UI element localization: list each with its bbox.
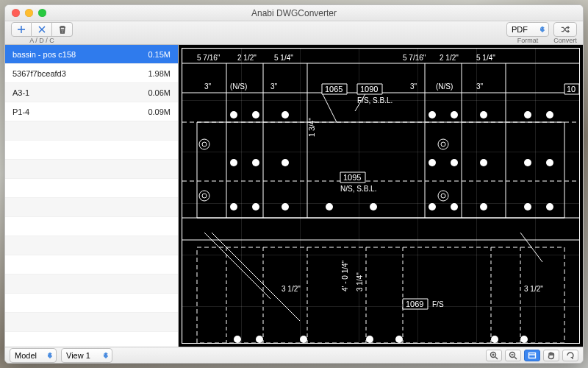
svg-point-22 xyxy=(252,203,259,210)
convert-button[interactable] xyxy=(553,22,577,37)
svg-point-35 xyxy=(451,159,458,166)
x-icon xyxy=(37,25,46,34)
svg-text:N/S, S.B.L.: N/S, S.B.L. xyxy=(340,185,376,193)
zoom-extents-button[interactable] xyxy=(524,350,540,361)
table-row xyxy=(5,141,178,160)
svg-point-38 xyxy=(546,159,553,166)
zoom-out-button[interactable] xyxy=(505,350,521,361)
svg-point-43 xyxy=(438,139,448,149)
svg-point-31 xyxy=(230,159,237,166)
svg-point-20 xyxy=(546,111,553,118)
svg-point-36 xyxy=(480,159,487,166)
shuffle-icon xyxy=(561,25,570,34)
svg-point-39 xyxy=(199,139,209,149)
table-row xyxy=(5,179,178,198)
svg-point-33 xyxy=(282,159,289,166)
pan-button[interactable] xyxy=(543,350,559,361)
svg-point-44 xyxy=(441,142,445,146)
table-row xyxy=(5,198,178,217)
view-select[interactable]: View 1 xyxy=(61,348,112,363)
zoom-in-button[interactable] xyxy=(486,350,502,361)
bottom-bar-left: Model View 1 xyxy=(10,348,112,363)
file-size: 0.09M xyxy=(148,107,171,116)
zoom-in-icon xyxy=(490,351,498,360)
svg-point-65 xyxy=(491,336,498,343)
clear-button[interactable] xyxy=(52,22,73,37)
convert-caption: Convert xyxy=(553,38,577,44)
svg-text:3": 3" xyxy=(270,82,278,91)
svg-text:(N/S): (N/S) xyxy=(230,82,247,91)
svg-rect-99 xyxy=(529,353,536,358)
svg-point-29 xyxy=(524,203,531,210)
svg-point-34 xyxy=(429,159,436,166)
table-row[interactable]: bassin - pos c158 0.15M xyxy=(5,45,178,64)
svg-point-21 xyxy=(230,203,237,210)
svg-text:1065: 1065 xyxy=(325,85,343,93)
plus-icon xyxy=(17,25,26,34)
chevron-updown-icon xyxy=(46,350,54,362)
toolbar-right-group: PDF Format Convert xyxy=(506,22,577,44)
svg-line-57 xyxy=(322,93,337,122)
table-row xyxy=(5,255,178,275)
svg-text:F/S: F/S xyxy=(432,300,444,308)
svg-text:3": 3" xyxy=(476,82,484,91)
file-size: 0.06M xyxy=(148,88,171,97)
svg-rect-47 xyxy=(197,247,564,343)
svg-text:3": 3" xyxy=(204,82,212,91)
chevron-updown-icon xyxy=(102,350,110,362)
file-name: P1-4 xyxy=(12,107,29,116)
bottom-bar: Model View 1 xyxy=(5,347,583,363)
main-area: bassin - pos c158 0.15M 5367f7bceafd3 1.… xyxy=(5,45,583,347)
table-row[interactable]: 5367f7bceafd3 1.98M xyxy=(5,64,178,83)
svg-line-56 xyxy=(212,233,300,321)
svg-rect-6 xyxy=(197,122,564,218)
space-select[interactable]: Model xyxy=(10,348,57,363)
svg-point-19 xyxy=(524,111,531,118)
svg-point-23 xyxy=(282,203,289,210)
bottom-bar-right xyxy=(486,350,578,361)
view-select-value: View 1 xyxy=(66,351,90,360)
svg-point-46 xyxy=(441,194,445,198)
space-select-value: Model xyxy=(15,351,37,360)
svg-point-32 xyxy=(252,159,259,166)
svg-point-17 xyxy=(451,111,458,118)
svg-text:(N/S): (N/S) xyxy=(436,82,453,91)
svg-point-62 xyxy=(300,336,307,343)
svg-point-63 xyxy=(366,336,373,343)
file-list[interactable]: bassin - pos c158 0.15M 5367f7bceafd3 1.… xyxy=(5,45,178,347)
toolbar-left-group: A / D / C xyxy=(11,22,73,44)
table-row[interactable]: A3-1 0.06M xyxy=(5,83,178,102)
app-window: Anabi DWGConverter A / D / C PDF xyxy=(4,4,584,364)
svg-text:F/S, S.B.L.: F/S, S.B.L. xyxy=(357,96,392,105)
table-row xyxy=(5,236,178,255)
add-button[interactable] xyxy=(11,22,32,37)
svg-point-27 xyxy=(451,203,458,210)
refresh-button[interactable] xyxy=(562,350,578,361)
cad-drawing: 1065 1090 F/S, S.B.L. 1095 N/S, S.B.L. 1… xyxy=(182,48,580,344)
svg-text:5 1/4": 5 1/4" xyxy=(476,54,495,62)
table-row xyxy=(5,313,178,332)
svg-text:5 1/4": 5 1/4" xyxy=(274,54,293,62)
adc-caption: A / D / C xyxy=(11,38,73,44)
trash-icon xyxy=(58,25,67,34)
svg-point-30 xyxy=(546,203,553,210)
delete-button[interactable] xyxy=(32,22,52,37)
table-row[interactable]: P1-4 0.09M xyxy=(5,102,178,121)
fit-icon xyxy=(528,351,537,360)
svg-point-18 xyxy=(480,111,487,118)
svg-line-55 xyxy=(204,233,270,299)
svg-point-60 xyxy=(234,336,241,343)
svg-point-40 xyxy=(202,142,207,146)
svg-text:4' - 0 1/4": 4' - 0 1/4" xyxy=(341,260,349,291)
window-title: Anabi DWGConverter xyxy=(5,8,583,18)
svg-text:5 7/16": 5 7/16" xyxy=(197,54,220,62)
svg-point-26 xyxy=(429,203,436,210)
adc-button-group xyxy=(11,22,73,37)
file-size: 1.98M xyxy=(148,69,171,78)
chevron-updown-icon xyxy=(539,24,546,36)
cad-preview[interactable]: 1065 1090 F/S, S.B.L. 1095 N/S, S.B.L. 1… xyxy=(179,45,583,347)
format-select[interactable]: PDF xyxy=(506,22,549,37)
svg-text:3 1/4": 3 1/4" xyxy=(356,272,364,291)
file-size: 0.15M xyxy=(148,50,171,59)
table-row xyxy=(5,275,178,294)
